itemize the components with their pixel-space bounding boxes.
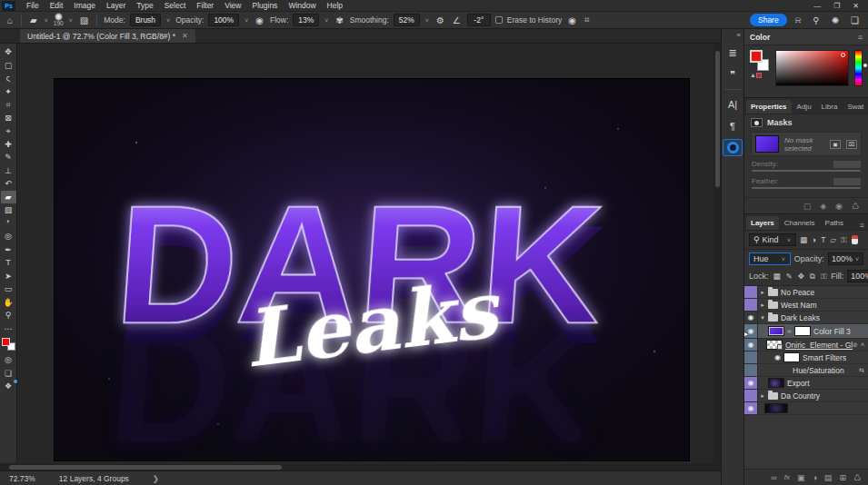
share-button[interactable]: Share	[750, 14, 787, 26]
pen-tool[interactable]: ✒	[1, 243, 16, 257]
maximize-button[interactable]: ❐	[833, 2, 840, 10]
new-adjustment-layer-icon[interactable]: ◑	[812, 473, 816, 482]
visibility-toggle[interactable]: ◉	[774, 353, 781, 361]
add-layer-mask-icon[interactable]: ▣	[830, 140, 841, 149]
minimize-button[interactable]: —	[813, 2, 821, 10]
menu-window[interactable]: Window	[283, 1, 321, 10]
opacity-input[interactable]: 100%	[208, 14, 239, 26]
tab-close-icon[interactable]: ✕	[182, 32, 188, 40]
new-group-icon[interactable]: ▤	[824, 473, 833, 482]
layer-style-icon[interactable]: ⊘	[853, 341, 858, 349]
character-panel-icon[interactable]: A|	[723, 96, 742, 112]
layer-row-west-nam[interactable]: ▸ West Nam	[744, 299, 868, 312]
discover-icon[interactable]: ✺	[828, 15, 843, 25]
smoothing-gear-icon[interactable]: ⚙	[434, 15, 446, 25]
delete-mask-icon[interactable]: ♺	[852, 202, 859, 211]
visibility-toggle[interactable]: ◉	[744, 377, 758, 389]
color-swatches[interactable]: ▲	[750, 50, 770, 77]
search-icon[interactable]: ⚲	[809, 15, 823, 25]
chevron-down-icon[interactable]: ˅	[324, 17, 329, 24]
quick-mask-icon[interactable]: ◎	[1, 353, 16, 367]
foreground-background-swatches[interactable]	[2, 338, 15, 351]
layer-style-fx-icon[interactable]: fx	[784, 473, 790, 481]
menu-view[interactable]: View	[219, 1, 246, 10]
delete-layer-icon[interactable]: ♺	[853, 473, 861, 482]
workspace-switcher-icon[interactable]: ❏	[847, 15, 863, 25]
horizontal-scrollbar[interactable]	[0, 463, 721, 470]
comment-icon[interactable]: ❞	[723, 67, 742, 83]
brush-panel-toggle-icon[interactable]: ▨	[78, 15, 90, 25]
close-button[interactable]: ✕	[853, 2, 859, 10]
tablet-icon[interactable]: ⌗	[583, 15, 592, 25]
brush-tool[interactable]: ✎	[1, 151, 16, 164]
move-tool[interactable]: ✥	[1, 45, 16, 59]
lock-all-icon[interactable]: ⚿	[820, 272, 827, 282]
layer-mask-thumbnail[interactable]	[794, 326, 811, 336]
smart-object-thumbnail[interactable]	[766, 340, 783, 350]
flow-input[interactable]: 13%	[293, 14, 319, 26]
eyedropper-tool[interactable]: ⌖	[1, 124, 16, 138]
mask-link-icon[interactable]: ∞	[787, 328, 792, 334]
filter-pixel-layers-icon[interactable]: ▦	[799, 235, 808, 244]
hue-slider-knob[interactable]	[863, 64, 867, 67]
canvas-area[interactable]: DARK DARK DARK Leaks	[17, 44, 713, 463]
pressure-opacity-icon[interactable]: ◉	[254, 15, 265, 25]
filter-type-layers-icon[interactable]: T	[820, 235, 826, 244]
menu-edit[interactable]: Edit	[45, 1, 69, 10]
filter-smart-objects-icon[interactable]: ⚿	[840, 235, 847, 245]
plugins-panel-icon[interactable]	[723, 140, 742, 155]
mode-select[interactable]: Brush	[130, 14, 161, 26]
fill-layer-thumbnail[interactable]	[768, 326, 784, 336]
layer-row-export[interactable]: ◉ Export	[744, 377, 868, 390]
airbrush-icon[interactable]: ✾	[334, 15, 344, 25]
dodge-tool[interactable]: ◎	[1, 230, 16, 243]
zoom-tool[interactable]: ⚲	[1, 309, 16, 322]
chevron-down-icon[interactable]: ˅	[44, 17, 49, 24]
chevron-down-icon[interactable]: ˅	[424, 17, 430, 24]
add-vector-mask-icon[interactable]: ⌧	[846, 140, 857, 149]
lock-paint-icon[interactable]: ✎	[785, 272, 793, 281]
lock-artboard-icon[interactable]: ⧉	[809, 272, 816, 282]
tab-properties[interactable]: Properties	[746, 100, 792, 114]
smoothing-input[interactable]: 52%	[394, 14, 420, 26]
layer-opacity-input[interactable]: 100% ˅	[828, 252, 863, 265]
blur-tool[interactable]: ❜	[1, 217, 16, 231]
add-mask-icon[interactable]: ▣	[797, 473, 805, 482]
link-layers-icon[interactable]: ∞	[771, 473, 776, 482]
filter-kind-select[interactable]: ⚲ Kind ˅	[749, 233, 796, 246]
layer-row-no-peace[interactable]: ▸ No Peace	[744, 286, 868, 299]
layer-row-da-country[interactable]: ▸ Da Country	[744, 390, 868, 402]
marquee-tool[interactable]: ▢	[1, 59, 16, 73]
menu-help[interactable]: Help	[322, 1, 348, 10]
collapse-panels-icon[interactable]: «	[737, 31, 743, 39]
lock-transparency-icon[interactable]: ▦	[773, 272, 782, 281]
tab-paths[interactable]: Paths	[821, 216, 848, 230]
visibility-toggle[interactable]	[744, 286, 758, 298]
status-chevron-icon[interactable]: ❯	[153, 474, 159, 483]
invert-mask-icon[interactable]: ◈	[820, 202, 826, 211]
eraser-tool[interactable]: ▰	[1, 191, 16, 204]
filter-mask-thumbnail[interactable]	[783, 352, 800, 362]
menu-plugins[interactable]: Plugins	[246, 1, 283, 10]
layer-thumbnail[interactable]	[768, 378, 784, 388]
chevron-down-icon[interactable]: ˅	[68, 17, 74, 24]
filter-adjustment-layers-icon[interactable]: ◑	[811, 235, 817, 244]
menu-filter[interactable]: Filter	[191, 1, 219, 10]
clone-stamp-tool[interactable]: ⊥	[1, 164, 16, 178]
filter-blending-icon[interactable]: ⇆	[859, 367, 864, 374]
gradient-tool[interactable]: ▧	[1, 203, 16, 217]
brush-angle-input[interactable]: -2°	[467, 14, 491, 26]
tab-libraries[interactable]: Libra	[817, 100, 843, 114]
type-tool[interactable]: T	[1, 256, 16, 270]
visibility-toggle[interactable]: ◉	[744, 312, 758, 323]
tab-channels[interactable]: Channels	[780, 216, 820, 230]
new-layer-icon[interactable]: ⊞	[839, 473, 846, 482]
panel-menu-icon[interactable]: ≡	[858, 33, 863, 42]
lasso-tool[interactable]: ς	[1, 72, 16, 85]
path-selection-tool[interactable]: ➤	[1, 270, 16, 283]
density-slider[interactable]	[752, 170, 861, 172]
layer-row-color-fill-3[interactable]: ◉ ➤ ∞ Color Fill 3	[744, 324, 868, 339]
screen-mode-icon[interactable]: ❏	[1, 367, 16, 381]
notifications-bell-icon[interactable]: ⍾	[792, 15, 805, 25]
color-field[interactable]	[775, 50, 849, 86]
